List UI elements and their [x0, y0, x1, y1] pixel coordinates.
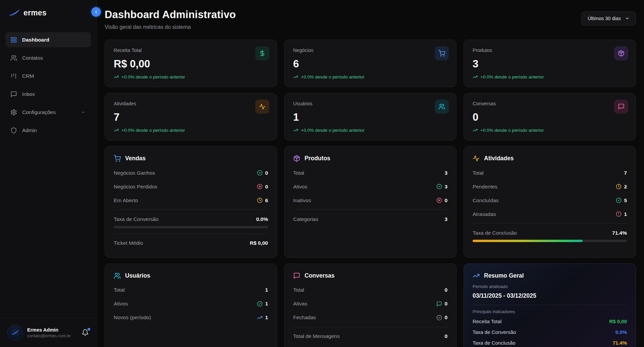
stat-trend: +0.0% desde o período anterior	[293, 74, 447, 79]
check-circle-icon	[436, 315, 442, 321]
metric-row: Atrasadas 1	[473, 207, 627, 221]
card-conversas: Conversas Total 0 Ativas 0 Fechadas 0 To…	[284, 264, 457, 347]
package-icon	[293, 155, 300, 162]
stat-value: 0	[473, 111, 627, 123]
conversion-row: Taxa de Conversão 0.0%	[114, 212, 268, 222]
trending-up-icon	[473, 272, 480, 279]
detail-grid-bottom: Usuários Total 1 Ativos 1 Novos (período…	[105, 264, 636, 347]
avatar-wing-icon	[11, 330, 19, 335]
main-content: Dashboard Administrativo Visão geral das…	[97, 0, 644, 347]
activity-icon	[473, 155, 480, 162]
check-circle-icon	[257, 301, 263, 307]
notification-dot	[88, 328, 90, 331]
metric-row: Pendentes 2	[473, 180, 627, 193]
stat-trend: +0.0% desde o período anterior	[114, 74, 268, 79]
completion-row: Taxa de Conclusão 71.4%	[473, 226, 627, 236]
divider	[473, 305, 627, 305]
trending-up-icon	[293, 74, 298, 79]
chevron-left-icon	[94, 9, 99, 14]
user-name: Ermes Admin	[27, 327, 71, 333]
trending-up-icon	[473, 74, 478, 79]
stat-card-conversas: Conversas 0 +0.0% desde o período anteri…	[464, 93, 636, 140]
notifications-button[interactable]	[82, 329, 89, 336]
sidebar-item-configuracoes[interactable]: Configurações	[5, 105, 91, 120]
check-circle-icon	[616, 197, 622, 203]
sidebar-item-label: Admin	[22, 127, 37, 133]
stats-grid: Receita Total R$ 0,00 +0.0% desde o perí…	[105, 40, 636, 140]
card-title: Produtos	[305, 155, 330, 162]
cart-icon	[435, 46, 449, 60]
metric-row: Negócios Perdidos 0	[114, 180, 268, 193]
period-label: Período analisado	[473, 284, 627, 289]
sidebar-item-label: Dashboard	[22, 37, 49, 43]
sidebar-item-label: CRM	[22, 73, 34, 79]
caret-down-icon	[80, 110, 86, 115]
gear-icon	[10, 109, 17, 116]
sidebar-item-crm[interactable]: CRM	[5, 68, 91, 83]
chevron-down-icon	[625, 16, 630, 21]
stat-value: R$ 0,00	[114, 58, 268, 70]
avatar[interactable]	[7, 325, 23, 340]
metric-row: Categorias 3	[293, 212, 447, 226]
card-usuarios: Usuários Total 1 Ativos 1 Novos (período…	[105, 264, 277, 347]
divider	[473, 223, 627, 224]
stat-card-receita-total: Receita Total R$ 0,00 +0.0% desde o perí…	[105, 40, 277, 87]
sidebar-item-admin[interactable]: Admin	[5, 123, 91, 138]
sidebar: ermes Dashboard Contatos CRM Inbox Confi…	[0, 0, 97, 347]
card-title: Conversas	[305, 272, 335, 279]
users-icon	[10, 55, 17, 61]
card-atividades: Atividades Total 7 Pendentes 2 Concluída…	[464, 146, 636, 258]
card-vendas: Vendas Negócios Ganhos 0 Negócios Perdid…	[105, 146, 277, 258]
sidebar-item-dashboard[interactable]: Dashboard	[5, 32, 91, 47]
message-icon	[436, 301, 442, 307]
x-circle-icon	[436, 197, 442, 203]
indicator-row: Receita Total R$ 0,00	[473, 316, 627, 327]
sidebar-item-inbox[interactable]: Inbox	[5, 86, 91, 102]
stat-trend: +0.0% desde o período anterior	[473, 128, 627, 133]
stat-label: Produtos	[473, 48, 627, 53]
card-title: Atividades	[484, 155, 514, 162]
divider	[293, 210, 447, 210]
period-select-value: Últimos 30 dias	[588, 16, 621, 21]
divider	[114, 210, 268, 210]
metric-row: Negócios Ganhos 0	[114, 166, 268, 180]
trending-up-icon	[114, 74, 119, 79]
sidebar-item-label: Contatos	[22, 55, 43, 61]
trending-up-icon	[114, 128, 119, 133]
page-title: Dashboard Administrativo	[105, 9, 236, 21]
users-icon	[435, 100, 449, 114]
metric-row: Total 3	[293, 166, 447, 180]
stat-label: Usuários	[293, 101, 447, 106]
stat-trend: +0.0% desde o período anterior	[473, 74, 627, 79]
stat-value: 7	[114, 111, 268, 123]
sidebar-item-label: Inbox	[22, 91, 35, 97]
stat-value: 6	[293, 58, 447, 70]
divider	[114, 234, 268, 234]
period-select[interactable]: Últimos 30 dias	[581, 11, 636, 25]
stat-trend: +0.0% desde o período anterior	[293, 128, 447, 133]
conversion-progress-track	[114, 226, 268, 228]
collapse-sidebar-button[interactable]	[91, 7, 101, 17]
check-circle-icon	[436, 184, 442, 189]
stat-card-produtos: Produtos 3 +0.0% desde o período anterio…	[464, 40, 636, 87]
message-icon	[614, 100, 628, 114]
detail-grid-top: Vendas Negócios Ganhos 0 Negócios Perdid…	[105, 146, 636, 258]
metric-row: Total de Mensagens 0	[293, 330, 447, 343]
page-header: Dashboard Administrativo Visão geral das…	[105, 9, 636, 30]
logo-text: ermes	[23, 8, 47, 17]
metric-row: Fechadas 0	[293, 311, 447, 325]
user-profile[interactable]: Ermes Admin contato@ermes.com.br	[0, 318, 96, 347]
cart-icon	[114, 155, 121, 162]
card-resumo-geral: Resumo Geral Período analisado 03/11/202…	[464, 264, 636, 347]
stat-card-usuarios: Usuários 1 +0.0% desde o período anterio…	[284, 93, 457, 140]
ticket-row: Ticket Médio R$ 0,00	[114, 236, 268, 250]
sidebar-item-contatos[interactable]: Contatos	[5, 50, 91, 65]
trending-up-icon	[293, 128, 298, 133]
clock-icon	[616, 184, 622, 189]
metric-row: Inativos 0	[293, 193, 447, 207]
page-subtitle: Visão geral das métricas do sistema	[105, 24, 236, 30]
stat-label: Conversas	[473, 101, 627, 106]
indicators-label: Principais indicadores	[473, 309, 627, 314]
indicator-row: Taxa de Conversão 0.0%	[473, 327, 627, 338]
indicator-row: Taxa de Conclusão 71.4%	[473, 338, 627, 347]
